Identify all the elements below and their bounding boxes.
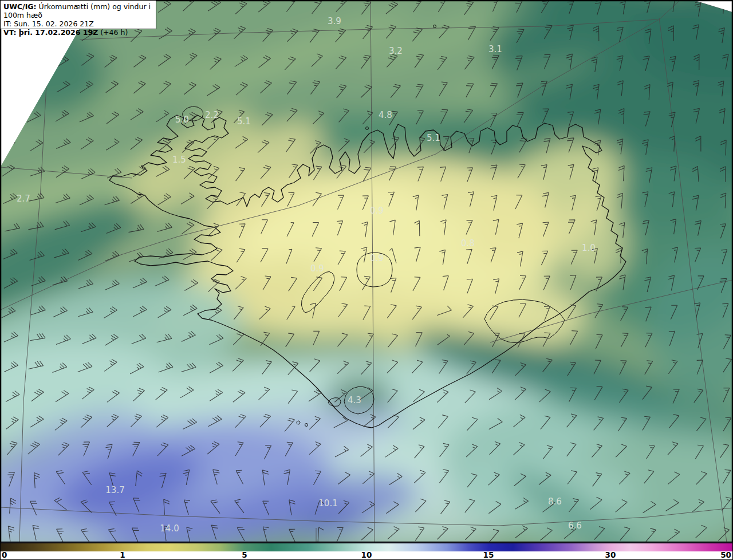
precip-value-label: 5.0 — [175, 115, 189, 125]
colorbar-tick-label: 15 — [483, 551, 494, 559]
precip-value-label: 6.6 — [568, 520, 582, 531]
precip-value-label: 4.8 — [379, 110, 392, 120]
precip-value-label: 13.7 — [105, 485, 124, 495]
title-line-init-time: IT: Sun. 15. 02. 2026 21Z — [3, 19, 156, 28]
precip-value-label: 1.5 — [172, 155, 186, 165]
valid-offset: (+46 h) — [98, 28, 128, 37]
precip-value-label: 14.0 — [160, 523, 179, 534]
precip-value-label: 2.2 — [205, 110, 219, 120]
title-line-product: UWC/IG: Úrkomumætti (mm) og vindur i 100… — [3, 2, 156, 19]
precip-field — [1, 1, 732, 542]
precip-value-label: 5.1 — [237, 116, 251, 127]
title-box: UWC/IG: Úrkomumætti (mm) og vindur i 100… — [1, 1, 156, 29]
precip-value-label: 5.1 — [427, 133, 440, 143]
title-line-valid-time: VT: þri. 17.02.2026 19Z (+46 h) — [3, 28, 156, 37]
precip-value-label: 4.3 — [348, 395, 361, 405]
valid-time: VT: þri. 17.02.2026 19Z — [3, 28, 98, 37]
precip-value-label: 3.1 — [488, 44, 502, 54]
map-canvas: 3.93.23.115.35.02.25.14.85.12.71.50.90.8… — [1, 1, 732, 542]
precip-value-label: 10.1 — [318, 498, 337, 508]
precip-value-label: 0.9 — [370, 206, 384, 216]
colorbar-tick-label: 50 — [720, 551, 731, 559]
colorbar-tick-label: 10 — [361, 551, 372, 559]
precip-value-label: 8.6 — [548, 496, 562, 507]
colorbar-tick-label: 0 — [2, 551, 7, 559]
colorbar-tick-label: 30 — [605, 551, 616, 559]
precip-value-label: 3.2 — [389, 46, 403, 56]
precip-value-label: 0.9 — [310, 263, 324, 274]
colorbar-tick-labels: 01510153050 — [1, 551, 732, 559]
precip-value-label: 2.7 — [17, 194, 30, 204]
precip-value-label: 0.9 — [370, 253, 384, 263]
colorbar-tick-label: 1 — [120, 551, 125, 559]
precip-value-label: 1.0 — [582, 243, 596, 253]
precip-value-label: 0.8 — [461, 238, 475, 249]
product-id: UWC/IG: — [3, 2, 37, 11]
colorbar-tick-label: 5 — [242, 551, 247, 559]
precip-value-label: 3.9 — [328, 16, 341, 26]
weather-map-root: 3.93.23.115.35.02.25.14.85.12.71.50.90.8… — [0, 0, 733, 560]
